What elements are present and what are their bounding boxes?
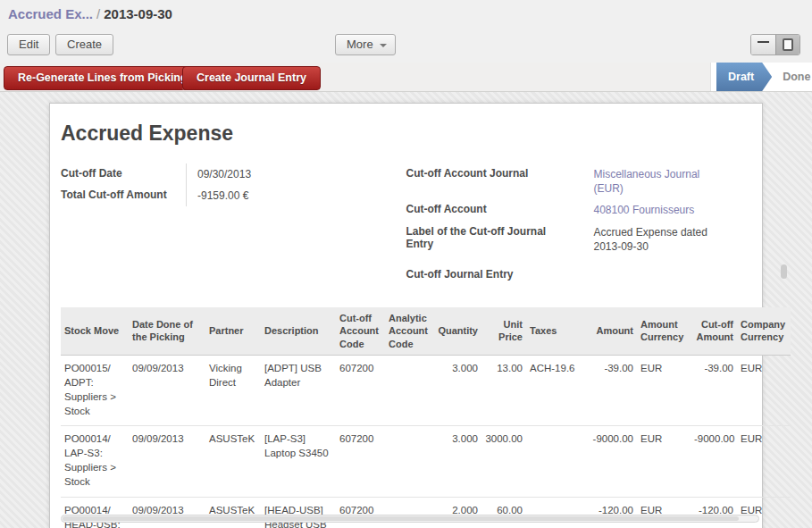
cutoff-account-journal-value[interactable]: Miscellaneous Journal (EUR)	[583, 163, 717, 199]
column-header-cut-off-amount[interactable]: Cut-off Amount	[691, 307, 737, 355]
column-header-description[interactable]: Description	[261, 307, 336, 355]
table-cell: -39.00	[691, 355, 737, 425]
field-journal-entry-label: Label of the Cut-off Journal Entry Accru…	[406, 222, 752, 257]
form-fields: Cut-off Date 09/30/2013 Total Cut-off Am…	[61, 163, 751, 284]
form-view-button[interactable]	[775, 35, 799, 54]
label-of-journal-entry-value: Accrued Expense dated 2013-09-30	[583, 222, 717, 257]
table-cell: -120.00	[691, 497, 737, 528]
cutoff-date-label: Cut-off Date	[61, 163, 186, 185]
table-cell: ASUSTeK	[205, 426, 261, 497]
table-cell: EUR	[637, 355, 691, 425]
table-cell: [LAP-S3] Laptop S3450	[261, 426, 336, 497]
table-cell: -120.00	[585, 497, 637, 528]
column-header-taxes[interactable]: Taxes	[526, 307, 585, 355]
create-journal-entry-button[interactable]: Create Journal Entry	[182, 66, 321, 90]
field-group-left: Cut-off Date 09/30/2013 Total Cut-off Am…	[61, 163, 406, 284]
list-view-button[interactable]	[751, 35, 775, 54]
field-group-right: Cut-off Account Journal Miscellaneous Jo…	[406, 163, 752, 284]
status-step-done: Done	[772, 63, 812, 91]
page-title: Accrued Expense	[61, 122, 751, 146]
field-cutoff-account-journal: Cut-off Account Journal Miscellaneous Jo…	[406, 163, 752, 199]
table-cell: [ADPT] USB Adapter	[261, 355, 336, 425]
table-cell	[526, 497, 585, 528]
table-cell: 3000.00	[481, 426, 526, 497]
label-of-journal-entry-label: Label of the Cut-off Journal Entry	[406, 222, 583, 257]
cutoff-account-value[interactable]: 408100 Fournisseurs	[583, 199, 717, 221]
table-cell: PO00014/ LAP-S3: Suppliers > Stock	[61, 426, 129, 497]
table-cell: 3.000	[431, 426, 481, 497]
table-cell	[385, 426, 431, 497]
table-cell: 607200	[336, 426, 385, 497]
breadcrumb-separator: /	[93, 6, 104, 21]
field-cutoff-journal-entry: Cut-off Journal Entry	[406, 264, 752, 284]
more-button-label: More	[347, 38, 373, 51]
table-cell: 60.00	[481, 497, 526, 528]
table-cell: 13.00	[481, 355, 526, 425]
table-cell: EUR	[637, 426, 691, 497]
breadcrumb-parent[interactable]: Accrued Ex...	[8, 6, 93, 21]
breadcrumb-current: 2013-09-30	[104, 6, 172, 21]
cutoff-journal-entry-label: Cut-off Journal Entry	[406, 264, 583, 284]
table-cell: EUR	[637, 497, 691, 528]
table-row[interactable]: PO00014/ LAP-S3: Suppliers > Stock09/09/…	[61, 426, 791, 497]
table-cell: PO00014/ HEAD-USB: Suppliers > Stock	[61, 497, 129, 528]
table-cell: EUR	[737, 355, 791, 425]
total-cutoff-amount-value: -9159.00 €	[186, 185, 320, 206]
table-cell: -9000.00	[585, 426, 637, 497]
cutoff-account-journal-label: Cut-off Account Journal	[406, 163, 583, 199]
breadcrumb: Accrued Ex.../2013-09-30	[8, 6, 172, 21]
create-button[interactable]: Create	[55, 34, 113, 55]
table-cell: PO00015/ ADPT: Suppliers > Stock	[61, 355, 129, 425]
horizontal-scrollbar-handle[interactable]	[63, 516, 739, 521]
vertical-scrollbar-handle[interactable]	[781, 264, 787, 279]
table-cell: EUR	[737, 497, 791, 528]
status-bar: Draft Done	[710, 63, 812, 91]
table-cell: [HEAD-USB] Headset USB	[261, 497, 336, 528]
field-cutoff-date: Cut-off Date 09/30/2013	[61, 163, 406, 185]
chevron-down-icon	[380, 44, 387, 47]
table-cell: ACH-19.6	[526, 355, 585, 425]
form-sheet: Accrued Expense Cut-off Date 09/30/2013 …	[49, 103, 763, 528]
status-step-draft: Draft	[716, 63, 772, 91]
field-cutoff-account: Cut-off Account 408100 Fournisseurs	[406, 199, 752, 221]
list-view-icon	[758, 41, 769, 43]
column-header-amount[interactable]: Amount	[585, 307, 637, 355]
lines-table: Stock MoveDate Done of the PickingPartne…	[61, 307, 791, 528]
column-header-stock-move[interactable]: Stock Move	[61, 307, 129, 355]
more-button[interactable]: More	[335, 34, 396, 55]
column-header-partner[interactable]: Partner	[205, 307, 261, 355]
field-total-cutoff-amount: Total Cut-off Amount -9159.00 €	[61, 185, 406, 206]
column-header-quantity[interactable]: Quantity	[431, 307, 481, 355]
view-switcher	[750, 34, 800, 55]
cutoff-journal-entry-value	[583, 264, 717, 284]
column-header-amount-currency[interactable]: Amount Currency	[637, 307, 691, 355]
lines-table-wrap: Stock MoveDate Done of the PickingPartne…	[61, 307, 751, 528]
table-header-row: Stock MoveDate Done of the PickingPartne…	[61, 307, 791, 355]
table-cell: 607200	[336, 355, 385, 425]
table-cell: EUR	[737, 426, 791, 497]
table-cell: ASUSTeK	[205, 497, 261, 528]
edit-button[interactable]: Edit	[7, 34, 50, 55]
table-cell	[385, 497, 431, 528]
table-cell: -9000.00	[691, 426, 737, 497]
table-cell: 3.000	[431, 355, 481, 425]
form-view-icon	[783, 38, 793, 51]
regenerate-lines-button[interactable]: Re-Generate Lines from Picking	[4, 66, 202, 90]
column-header-date-done-of-the-picking[interactable]: Date Done of the Picking	[129, 307, 205, 355]
cutoff-account-label: Cut-off Account	[406, 199, 583, 221]
column-header-cut-off-account-code[interactable]: Cut-off Account Code	[336, 307, 385, 355]
horizontal-scrollbar[interactable]	[61, 515, 759, 523]
column-header-analytic-account-code[interactable]: Analytic Account Code	[385, 307, 431, 355]
main-area: Accrued Expense Cut-off Date 09/30/2013 …	[0, 92, 812, 528]
column-header-unit-price[interactable]: Unit Price	[481, 307, 526, 355]
table-row[interactable]: PO00014/ HEAD-USB: Suppliers > Stock09/0…	[61, 497, 791, 528]
cutoff-date-value: 09/30/2013	[186, 163, 320, 185]
table-cell	[385, 355, 431, 425]
column-header-company-currency[interactable]: Company Currency	[737, 307, 791, 355]
toolbar: Edit Create More	[0, 29, 812, 63]
action-bar: Re-Generate Lines from Picking Create Jo…	[0, 63, 812, 92]
table-cell: 09/09/2013	[129, 355, 205, 425]
table-row[interactable]: PO00015/ ADPT: Suppliers > Stock09/09/20…	[61, 355, 791, 425]
table-cell: 2.000	[431, 497, 481, 528]
table-cell	[526, 426, 585, 497]
